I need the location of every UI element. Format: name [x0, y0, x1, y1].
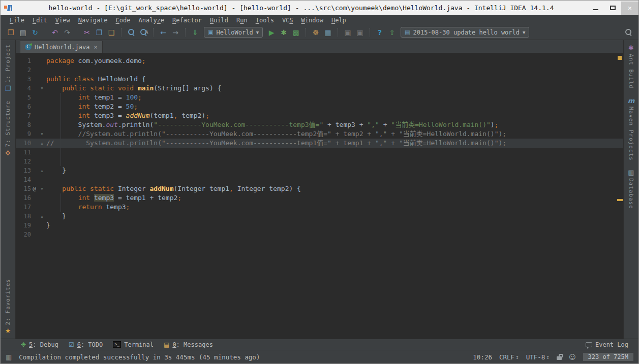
tool-window-button-6-todo[interactable]: ☑6: TODO [64, 341, 108, 348]
code-line-9[interactable]: 9▿ //System.out.println("-----------YouM… [16, 129, 623, 139]
project-structure-icon[interactable]: ▦ [322, 27, 334, 38]
line-number: 15 [16, 184, 31, 193]
code-line-20[interactable]: 20 [16, 230, 623, 239]
menu-item-view[interactable]: View [51, 17, 74, 24]
fold-up-icon[interactable]: ▵ [38, 166, 46, 175]
settings-icon[interactable]: ☸ [310, 27, 322, 38]
cut-icon[interactable]: ✂ [81, 27, 93, 38]
code-line-14[interactable]: 14 [16, 175, 623, 184]
menu-item-window[interactable]: Window [297, 17, 327, 24]
fold-down-icon[interactable]: ▿ [38, 84, 46, 93]
run-configuration-combo[interactable]: ▣HelloWorld▼ [204, 27, 263, 38]
run-icon[interactable]: ▶ [265, 27, 278, 38]
run-config-app-icon: ▣ [208, 29, 213, 36]
code-text: //System.out.println("-----------YouMeek… [46, 129, 506, 139]
code-line-8[interactable]: 8 System.out.println("-----------YouMeek… [16, 120, 623, 129]
event-log-button[interactable]: Event Log [581, 341, 633, 348]
code-editor[interactable]: 1package com.youmeek.demo;23public class… [16, 53, 623, 339]
avd-manager-icon[interactable]: ▣ [342, 27, 354, 38]
tool-window-button-2-favorites[interactable]: 2: Favorites★ [5, 279, 11, 335]
fold-down-icon[interactable]: ▿ [38, 129, 46, 139]
code-line-1[interactable]: 1package com.youmeek.demo; [16, 56, 623, 65]
tab-helloworld-java[interactable]: C HelloWorld.java × [20, 41, 103, 53]
tool-window-button-ant-build[interactable]: ✱Ant Build [628, 44, 634, 89]
minimize-button[interactable] [587, 3, 604, 14]
code-line-4[interactable]: 4▿ public static void main(String[] args… [16, 84, 623, 93]
fold-up-icon[interactable]: ▵ [38, 212, 46, 221]
code-line-10[interactable]: 10▵// System.out.println("-----------You… [16, 139, 623, 148]
open-folder-icon[interactable]: ❒ [5, 27, 17, 38]
code-line-6[interactable]: 6 int temp2 = 50; [16, 102, 623, 111]
error-stripe-bookmark-mark[interactable] [618, 56, 622, 60]
tool-window-button-1-project[interactable]: 1: Project❐ [5, 44, 11, 92]
messages-icon: ▤ [164, 341, 169, 348]
save-all-icon[interactable]: ▤ [17, 27, 29, 38]
debug-icon[interactable]: ✱ [278, 27, 290, 38]
code-line-17[interactable]: 17 return temp3; [16, 203, 623, 212]
java-class-icon: C [25, 44, 32, 50]
undo-icon[interactable]: ↶ [49, 27, 61, 38]
tool-window-button-maven-projects[interactable]: mMaven Projects [628, 97, 635, 161]
code-line-12[interactable]: 12 [16, 157, 623, 166]
intellij-idea-window: hello-world - [E:\git_work_space\hello-w… [0, 0, 639, 364]
menu-bar: FileEditViewNavigateCodeAnalyzeRefactorB… [1, 15, 638, 25]
tool-window-button-terminal[interactable]: >_Terminal [108, 341, 159, 348]
vcs-changelist-combo[interactable]: ▤2015-08-30 update hello world▼ [401, 27, 529, 38]
close-button[interactable]: ✕ [621, 2, 638, 15]
code-line-15[interactable]: 15@▿ public static Integer addNum(Intege… [16, 184, 623, 193]
help-icon[interactable]: ? [374, 27, 386, 38]
tool-window-toggle-icon[interactable]: ▦ [6, 353, 12, 361]
code-line-18[interactable]: 18▵ } [16, 212, 623, 221]
unlock-icon[interactable] [557, 356, 562, 360]
menu-item-refactor[interactable]: Refactor [168, 17, 206, 24]
tool-window-button-database[interactable]: ▥Database [628, 169, 634, 209]
line-ending-selector[interactable]: CRLF↕ [499, 353, 519, 361]
caret-position-indicator[interactable]: 10:26 [473, 353, 492, 361]
search-everywhere-icon[interactable] [622, 27, 634, 38]
compile-icon[interactable]: ⇓ [189, 27, 201, 38]
tool-window-button-7-structure[interactable]: 7: Structure✥ [5, 101, 11, 156]
code-line-5[interactable]: 5 int temp1 = 100; [16, 93, 623, 102]
menu-item-code[interactable]: Code [112, 17, 135, 24]
coverage-icon[interactable]: ▩ [290, 27, 302, 38]
menu-item-tools[interactable]: Tools [252, 17, 278, 24]
hector-inspections-icon[interactable]: ☺ [569, 353, 576, 361]
forward-icon[interactable]: → [169, 27, 181, 38]
memory-indicator[interactable]: 323 of 725M [583, 353, 633, 361]
fold-up-icon[interactable]: ▵ [38, 139, 46, 148]
find-icon[interactable] [125, 27, 137, 38]
code-line-3[interactable]: 3public class HelloWorld { [16, 75, 623, 84]
menu-item-navigate[interactable]: Navigate [74, 17, 112, 24]
tool-window-button-5-debug[interactable]: ❉5: Debug [16, 341, 64, 348]
gutter-spacer [31, 111, 38, 120]
code-line-11[interactable]: 11 [16, 148, 623, 157]
paste-icon[interactable]: ❑ [105, 27, 117, 38]
sdk-manager-icon[interactable]: ▣ [354, 27, 366, 38]
line-number: 1 [16, 56, 31, 65]
menu-item-vcs[interactable]: VCS [278, 17, 297, 24]
maximize-button[interactable] [604, 3, 621, 14]
menu-item-file[interactable]: File [6, 17, 28, 24]
code-line-2[interactable]: 2 [16, 65, 623, 75]
install-and-sync-icon[interactable]: ⇧ [386, 27, 398, 38]
error-stripe-change-mark[interactable] [617, 199, 623, 201]
copy-icon[interactable]: ❐ [93, 27, 105, 38]
code-line-19[interactable]: 19} [16, 221, 623, 230]
fold-down-icon[interactable]: ▿ [38, 184, 46, 193]
code-line-13[interactable]: 13▵ } [16, 166, 623, 175]
replace-icon[interactable]: A [137, 27, 149, 38]
menu-item-analyze[interactable]: Analyze [135, 17, 169, 24]
line-number: 11 [16, 148, 31, 157]
code-line-7[interactable]: 7 int temp3 = addNum(temp1, temp2); [16, 111, 623, 120]
synchronize-icon[interactable]: ↻ [29, 27, 41, 38]
encoding-selector[interactable]: UTF-8↕ [526, 353, 550, 361]
code-line-16[interactable]: 16 int temp3 = temp1 + temp2; [16, 193, 623, 203]
tab-close-icon[interactable]: × [94, 44, 97, 51]
tool-window-button-0-messages[interactable]: ▤0: Messages [159, 341, 218, 348]
back-icon[interactable]: ← [157, 27, 169, 38]
redo-icon[interactable]: ↷ [61, 27, 73, 38]
menu-item-help[interactable]: Help [327, 17, 350, 24]
menu-item-run[interactable]: Run [232, 17, 252, 24]
menu-item-edit[interactable]: Edit [28, 17, 51, 24]
menu-item-build[interactable]: Build [206, 17, 232, 24]
